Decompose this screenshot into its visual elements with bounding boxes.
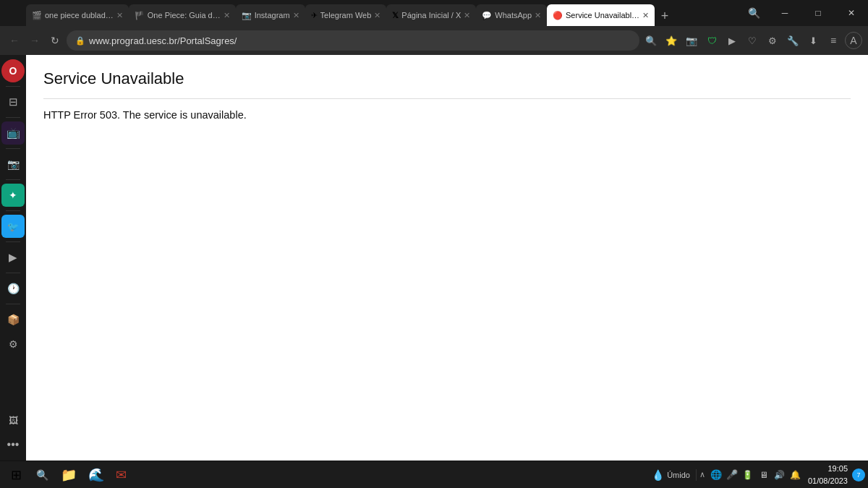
taskbar: ⊞ 🔍 📁 🌊 ✉ 💧 Úmido ∧ 🌐 🎤 🔋 🖥 🔊 🔔 19:05 01… bbox=[0, 461, 868, 488]
tab-3[interactable]: 📷 Instagram ✕ bbox=[236, 4, 305, 26]
window-controls: 🔍 ─ □ ✕ bbox=[739, 0, 868, 26]
tab-4[interactable]: ✈ Telegram Web ✕ bbox=[305, 4, 387, 26]
tab-4-favicon: ✈ bbox=[311, 11, 318, 20]
tray-display[interactable]: 🖥 bbox=[756, 467, 772, 483]
addr-icon-6[interactable]: ♡ bbox=[744, 32, 761, 49]
addr-icon-5[interactable]: ▶ bbox=[723, 32, 741, 49]
tab-3-title: Instagram bbox=[255, 11, 290, 20]
tab-1-title: one piece dublad… bbox=[45, 11, 114, 20]
tab-5-favicon: 𝕏 bbox=[392, 11, 399, 20]
weather-icon: 💧 bbox=[652, 469, 664, 481]
back-button[interactable]: ← bbox=[6, 32, 23, 49]
tab-7-title: Service Unavailabl… bbox=[566, 11, 639, 20]
error-message: HTTP Error 503. The service is unavailab… bbox=[43, 109, 851, 121]
clock-time: 19:05 bbox=[808, 463, 848, 475]
addr-icon-9[interactable]: ⬇ bbox=[804, 32, 822, 49]
tray-battery[interactable]: 🔋 bbox=[740, 467, 756, 483]
taskbar-file-explorer[interactable]: 📁 bbox=[55, 463, 82, 487]
sidebar: O ⊟ 📺 📷 ✦ 🐦 ▶ 🕐 📦 ⚙ 🖼 ••• bbox=[0, 55, 26, 461]
addr-icon-8[interactable]: 🔧 bbox=[784, 32, 801, 49]
sidebar-tabs-icon[interactable]: ⊟ bbox=[1, 90, 25, 114]
taskbar-edge[interactable]: 🌊 bbox=[82, 463, 110, 487]
new-tab-button[interactable]: + bbox=[655, 6, 675, 26]
address-text: www.prograd.uesc.br/PortalSagres/ bbox=[89, 35, 631, 46]
start-button[interactable]: ⊞ bbox=[3, 462, 29, 488]
minimize-button[interactable]: ─ bbox=[768, 0, 801, 26]
sidebar-youtube-icon[interactable]: ▶ bbox=[1, 246, 25, 269]
addr-icon-2[interactable]: ⭐ bbox=[663, 32, 680, 49]
tab-1-close[interactable]: ✕ bbox=[116, 11, 123, 20]
taskbar-mail[interactable]: ✉ bbox=[110, 463, 132, 487]
tab-7-close[interactable]: ✕ bbox=[642, 11, 649, 20]
tab-6-favicon: 💬 bbox=[482, 11, 492, 20]
tab-4-title: Telegram Web bbox=[320, 11, 372, 20]
notification-badge[interactable]: 7 bbox=[852, 468, 865, 481]
tray-mic[interactable]: 🎤 bbox=[724, 467, 740, 483]
lock-icon: 🔒 bbox=[75, 36, 85, 46]
search-browser-button[interactable]: 🔍 bbox=[739, 0, 768, 26]
forward-button[interactable]: → bbox=[26, 32, 43, 49]
addr-icon-4[interactable]: 🛡 bbox=[703, 32, 720, 49]
tab-7-active[interactable]: 🔴 Service Unavailabl… ✕ bbox=[547, 4, 655, 26]
tab-3-favicon: 📷 bbox=[242, 11, 252, 20]
sidebar-package-icon[interactable]: 📦 bbox=[1, 308, 25, 331]
clock-date: 01/08/2023 bbox=[808, 475, 848, 487]
tab-2-title: One Piece: Guia d… bbox=[148, 11, 221, 20]
tab-1[interactable]: 🎬 one piece dublad… ✕ bbox=[26, 4, 129, 26]
page-title: Service Unavailable bbox=[43, 69, 851, 99]
tab-3-close[interactable]: ✕ bbox=[293, 11, 299, 20]
tab-2[interactable]: 🏴 One Piece: Guia d… ✕ bbox=[129, 4, 236, 26]
sidebar-opera-icon[interactable]: O bbox=[1, 59, 25, 82]
tab-5-close[interactable]: ✕ bbox=[464, 11, 470, 20]
tab-5[interactable]: 𝕏 Página Inicial / X ✕ bbox=[386, 4, 476, 26]
tab-6-close[interactable]: ✕ bbox=[535, 11, 541, 20]
sidebar-twitter-icon[interactable]: 🐦 bbox=[1, 215, 25, 238]
close-button[interactable]: ✕ bbox=[835, 0, 868, 26]
sidebar-settings-icon[interactable]: ⚙ bbox=[1, 333, 25, 356]
sidebar-twitch-icon[interactable]: 📺 bbox=[1, 121, 25, 145]
address-field[interactable]: 🔒 www.prograd.uesc.br/PortalSagres/ bbox=[67, 30, 639, 51]
tab-5-title: Página Inicial / X bbox=[401, 11, 461, 20]
addr-icon-3[interactable]: 📷 bbox=[683, 32, 700, 49]
page-content: Service Unavailable HTTP Error 503. The … bbox=[26, 55, 868, 461]
tab-7-favicon: 🔴 bbox=[553, 11, 563, 20]
sidebar-history-icon[interactable]: 🕐 bbox=[1, 277, 25, 300]
maximize-button[interactable]: □ bbox=[801, 0, 835, 26]
sidebar-gallery-icon[interactable]: 🖼 bbox=[1, 408, 25, 432]
addr-icon-1[interactable]: 🔍 bbox=[642, 32, 660, 49]
tray-sound[interactable]: 🔔 bbox=[788, 467, 804, 483]
taskbar-weather: 💧 Úmido bbox=[646, 469, 697, 481]
sidebar-camera-icon[interactable]: 📷 bbox=[1, 153, 25, 176]
taskbar-search-button[interactable]: 🔍 bbox=[29, 462, 55, 488]
tab-6-title: WhatsApp bbox=[495, 11, 532, 20]
sidebar-more-icon[interactable]: ••• bbox=[1, 433, 25, 456]
menu-button[interactable]: ≡ bbox=[825, 32, 842, 49]
taskbar-clock[interactable]: 19:05 01/08/2023 bbox=[804, 463, 852, 487]
weather-label: Úmido bbox=[667, 471, 690, 479]
tab-2-favicon: 🏴 bbox=[135, 11, 145, 20]
tray-network[interactable]: 🌐 bbox=[708, 467, 724, 483]
address-bar-row: ← → ↻ 🔒 www.prograd.uesc.br/PortalSagres… bbox=[0, 26, 868, 55]
refresh-button[interactable]: ↻ bbox=[46, 32, 64, 49]
tab-bar: 🎬 one piece dublad… ✕ 🏴 One Piece: Guia … bbox=[26, 0, 739, 26]
tab-6[interactable]: 💬 WhatsApp ✕ bbox=[476, 4, 547, 26]
addr-icon-7[interactable]: ⚙ bbox=[764, 32, 781, 49]
tab-1-favicon: 🎬 bbox=[32, 11, 42, 20]
profile-button[interactable]: A bbox=[845, 32, 862, 49]
tray-chevron[interactable]: ∧ bbox=[697, 470, 708, 479]
sidebar-chatgpt-icon[interactable]: ✦ bbox=[1, 184, 25, 207]
tab-4-close[interactable]: ✕ bbox=[374, 11, 380, 20]
tab-2-close[interactable]: ✕ bbox=[224, 11, 230, 20]
tray-volume[interactable]: 🔊 bbox=[772, 467, 788, 483]
